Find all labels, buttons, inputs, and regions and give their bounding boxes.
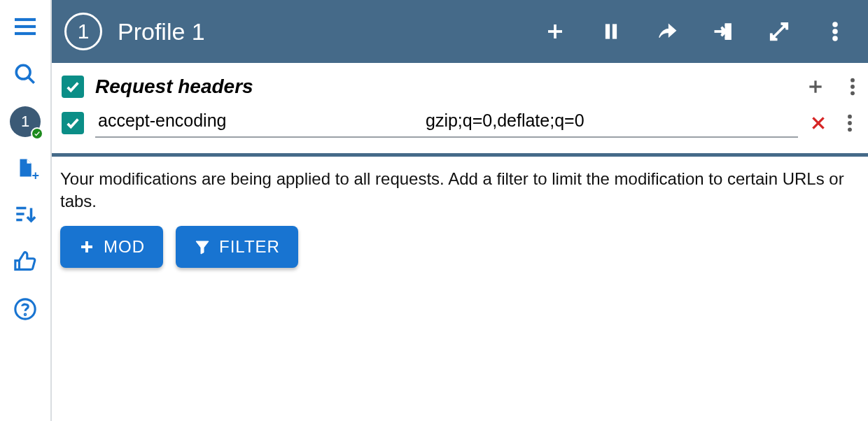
plus-icon: +	[31, 172, 39, 179]
section-title: Request headers	[95, 76, 795, 98]
sidebar: 1 +	[0, 0, 52, 421]
share-icon	[657, 21, 678, 42]
svg-point-28	[848, 114, 852, 118]
delete-header-button[interactable]	[809, 114, 827, 132]
check-icon	[34, 130, 41, 137]
svg-point-20	[833, 36, 837, 41]
expand-icon	[769, 21, 790, 42]
thumbs-up-icon	[13, 250, 37, 273]
profile-number: 1	[21, 113, 29, 131]
add-button[interactable]	[543, 20, 567, 43]
help-icon	[13, 297, 37, 321]
status-badge-active	[31, 127, 43, 140]
import-icon	[713, 21, 734, 42]
search-icon	[13, 62, 37, 86]
pause-icon	[601, 21, 622, 42]
svg-rect-13	[606, 24, 610, 38]
plus-icon	[806, 78, 825, 96]
help-button[interactable]	[4, 288, 46, 330]
close-icon	[809, 114, 827, 132]
sort-button[interactable]	[4, 193, 46, 235]
svg-point-24	[850, 85, 855, 89]
main: 1 Profile 1	[52, 0, 868, 421]
filter-button-label: FILTER	[219, 237, 280, 257]
svg-line-4	[28, 77, 34, 83]
filter-button[interactable]: FILTER	[176, 226, 298, 268]
request-headers-section: Request headers	[52, 63, 868, 149]
section-checkbox[interactable]	[62, 76, 84, 98]
plus-icon	[78, 238, 95, 255]
topbar-more-button[interactable]	[823, 20, 847, 43]
check-icon	[65, 79, 80, 94]
more-vertical-icon	[832, 21, 838, 42]
header-row-checkbox[interactable]	[62, 112, 84, 134]
search-button[interactable]	[4, 53, 46, 95]
share-button[interactable]	[655, 20, 679, 43]
mod-button-label: MOD	[104, 237, 145, 257]
more-vertical-icon	[850, 77, 855, 97]
header-name-input[interactable]	[95, 108, 403, 134]
hamburger-icon	[11, 13, 39, 41]
page-title: Profile 1	[118, 18, 543, 45]
mod-button[interactable]: MOD	[60, 226, 163, 268]
more-vertical-icon	[847, 113, 853, 133]
svg-point-30	[848, 127, 852, 131]
topbar-actions	[543, 20, 855, 43]
svg-point-25	[850, 91, 855, 95]
topbar-profile-number: 1	[78, 20, 90, 43]
check-icon	[65, 115, 80, 131]
like-button[interactable]	[4, 241, 46, 283]
svg-rect-14	[613, 24, 617, 38]
section-header: Request headers	[59, 76, 861, 108]
section-more-button[interactable]	[850, 77, 855, 97]
svg-point-29	[848, 121, 852, 125]
import-button[interactable]	[711, 20, 735, 43]
filter-icon	[194, 238, 211, 255]
sidebar-profile-active[interactable]: 1	[10, 106, 41, 137]
header-row-more-button[interactable]	[847, 113, 853, 133]
header-value-input[interactable]	[423, 108, 798, 134]
expand-button[interactable]	[767, 20, 791, 43]
svg-point-23	[850, 78, 855, 83]
add-header-button[interactable]	[806, 78, 825, 96]
svg-point-10	[24, 314, 26, 315]
header-row	[59, 108, 861, 142]
menu-button[interactable]	[4, 6, 46, 48]
topbar: 1 Profile 1	[52, 0, 868, 63]
info-text: Your modifications are being applied to …	[60, 168, 860, 213]
pause-button[interactable]	[599, 20, 623, 43]
plus-icon	[545, 21, 566, 42]
topbar-profile-badge: 1	[64, 13, 102, 50]
sort-icon	[13, 202, 37, 226]
svg-point-18	[833, 22, 837, 27]
add-profile-button[interactable]: +	[4, 148, 46, 187]
info-block: Your modifications are being applied to …	[52, 157, 868, 279]
svg-point-19	[833, 29, 837, 34]
svg-point-3	[16, 65, 30, 79]
